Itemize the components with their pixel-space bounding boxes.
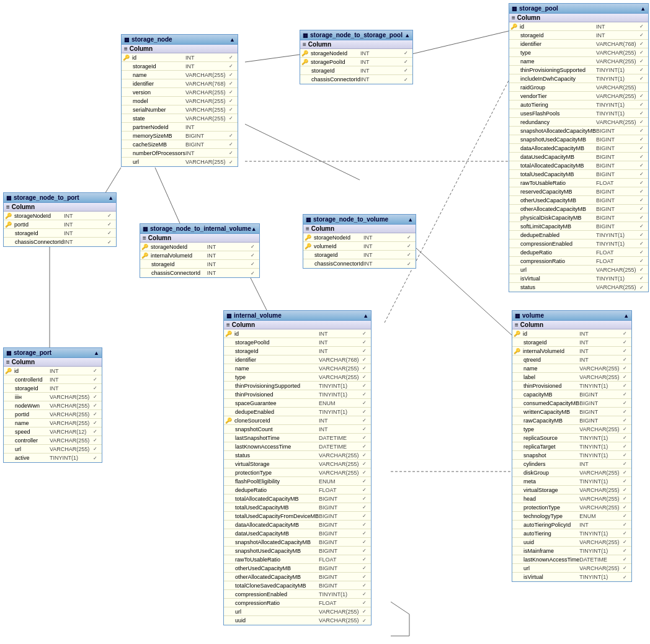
column-name: dataAllocatedCapacityMB [519, 145, 596, 151]
column-type: TINYINT(1) [596, 102, 639, 108]
table-expand-icon[interactable]: ▲ [94, 350, 99, 356]
check-mark: ✓ [623, 339, 630, 345]
column-type: DATETIME [579, 557, 623, 563]
column-type: VARCHAR(255) [185, 72, 229, 78]
table-expand-icon[interactable]: ▲ [640, 6, 646, 12]
table-row: dedupeEnabledTINYINT(1)✓ [509, 231, 648, 239]
check-mark: ✓ [639, 189, 647, 194]
table-icon: ▦ [143, 226, 148, 232]
check-mark: ✓ [107, 213, 115, 218]
table-expand-icon[interactable]: ▲ [404, 32, 410, 38]
column-subheader-storage_node: ≡Column [122, 45, 238, 53]
column-type: BIGINT [596, 163, 639, 169]
column-name: serialNumber [131, 107, 185, 113]
column-type: VARCHAR(255) [319, 374, 362, 380]
table-row: versionVARCHAR(255)✓ [122, 88, 238, 97]
column-type: BIGINT [596, 223, 639, 230]
table-row: 🔑storageNodeIdINT✓ [4, 212, 116, 220]
table-row: statusVARCHAR(255)✓ [509, 283, 648, 292]
check-mark: ✓ [362, 609, 370, 614]
table-row: identifierVARCHAR(768)✓ [509, 40, 648, 48]
column-name: url [234, 609, 319, 615]
check-mark: ✓ [362, 383, 370, 388]
column-type: INT [50, 368, 93, 374]
column-type: VARCHAR(255) [579, 470, 623, 476]
table-row: activeTINYINT(1)✓ [4, 454, 102, 462]
column-subheader-storage_node_to_storage_pool: ≡Column [300, 40, 412, 49]
table-expand-icon[interactable]: ▲ [623, 313, 629, 319]
column-type: BIGINT [319, 496, 362, 502]
table-row: otherAllocatedCapacityMBBIGINT✓ [509, 205, 648, 213]
column-name: capacityMB [522, 391, 579, 398]
table-expand-icon[interactable]: ▲ [363, 313, 368, 319]
pk-icon: 🔑 [5, 368, 12, 374]
table-expand-icon[interactable]: ▲ [108, 195, 114, 201]
check-mark: ✓ [639, 119, 647, 125]
table-row: isVirtualTINYINT(1)✓ [509, 274, 648, 283]
column-type: VARCHAR(255) [50, 437, 93, 444]
column-name: thinProvisioningSupported [234, 383, 319, 389]
check-mark: ✓ [623, 565, 630, 571]
table-expand-icon[interactable]: ▲ [251, 226, 257, 232]
column-name: portId [14, 411, 50, 418]
column-subheader-storage_node_to_volume: ≡Column [303, 225, 416, 233]
pk-icon: 🔑 [141, 253, 148, 259]
column-name: replicaSource [522, 435, 579, 441]
table-row: dataAllocatedCapacityMBBIGINT✓ [509, 144, 648, 153]
check-mark: ✓ [229, 55, 236, 60]
table-row: diskGroupVARCHAR(255)✓ [512, 468, 631, 477]
column-name: flashPoolEligibility [234, 478, 319, 485]
pk-icon: 🔑 [5, 213, 12, 219]
table-row: storageIdINT✓ [509, 31, 648, 40]
column-name: url [519, 267, 596, 273]
check-mark: ✓ [362, 452, 370, 458]
table-storage_pool: ▦storage_pool▲≡Column🔑idINT✓storageIdINT… [509, 3, 649, 292]
column-type: VARCHAR(255) [579, 487, 623, 493]
check-mark: ✓ [623, 530, 630, 536]
column-name: internalVolumeId [149, 253, 207, 259]
column-name: id [522, 331, 579, 337]
column-name: controller [14, 437, 50, 444]
check-mark: ✓ [362, 400, 370, 406]
column-name: autoTiering [522, 530, 579, 537]
column-type: INT [579, 522, 623, 528]
check-mark: ✓ [623, 374, 630, 380]
column-label: Column [232, 321, 255, 328]
table-row: totalCloneSavedCapacityMBBIGINT✓ [224, 581, 371, 590]
check-mark: ✓ [362, 365, 370, 371]
table-row: metaTINYINT(1)✓ [512, 477, 631, 486]
column-name: type [234, 374, 319, 380]
table-row: compressionEnabledTINYINT(1)✓ [509, 239, 648, 248]
column-type: VARCHAR(255) [579, 374, 623, 380]
table-title: storage_pool [519, 5, 558, 12]
table-expand-icon[interactable]: ▲ [407, 217, 413, 223]
column-name: dedupeRatio [519, 249, 596, 256]
table-expand-icon[interactable]: ▲ [229, 37, 235, 43]
column-name: consumedCapacityMB [522, 400, 579, 406]
column-type: TINYINT(1) [50, 455, 93, 461]
table-icon: ▦ [6, 350, 12, 356]
column-type: DATETIME [319, 435, 362, 441]
column-name: replicaTarget [522, 444, 579, 450]
column-type: BIGINT [596, 215, 639, 221]
column-type: VARCHAR(255) [185, 107, 229, 113]
column-name: storageId [14, 385, 50, 391]
column-name: isVirtual [522, 574, 579, 580]
column-name: storageId [522, 339, 579, 346]
column-name: numberOfProcessors [131, 150, 185, 156]
table-row: typeVARCHAR(255)✓ [512, 425, 631, 434]
column-name: writtenCapacityMB [522, 409, 579, 415]
column-name: chassisConnectorId [14, 239, 64, 245]
column-type: TINYINT(1) [596, 110, 639, 117]
column-type: FLOAT [596, 249, 639, 256]
check-mark: ✓ [229, 63, 236, 69]
column-name: storageId [234, 348, 319, 354]
check-mark: ✓ [623, 418, 630, 423]
column-type: TINYINT(1) [319, 383, 362, 389]
table-row: labelVARCHAR(255)✓ [512, 373, 631, 382]
column-name: qtreeId [522, 357, 579, 363]
column-type: BIGINT [319, 504, 362, 511]
column-type: INT [64, 230, 107, 236]
table-row: 🔑storageNodeIdINT✓ [303, 233, 416, 242]
check-mark: ✓ [639, 180, 647, 186]
